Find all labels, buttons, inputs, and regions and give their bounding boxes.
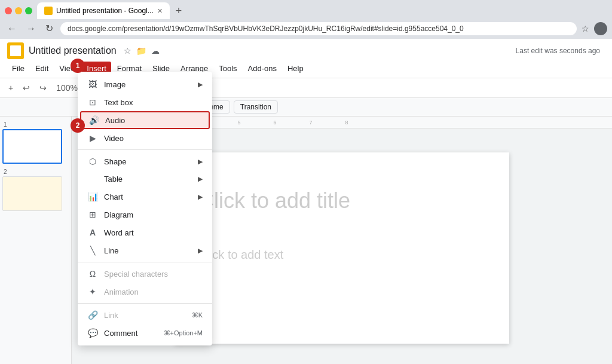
- image-arrow: ▶: [198, 81, 203, 88]
- forward-button[interactable]: →: [24, 22, 38, 35]
- minimize-button[interactable]: [15, 7, 22, 14]
- insert-menu-special-chars: Ω Special characters: [78, 265, 212, 283]
- slide-title-placeholder[interactable]: Click to add title: [198, 188, 350, 213]
- slide-num-2: 2: [2, 169, 69, 175]
- menu-item-edit[interactable]: Edit: [30, 62, 53, 75]
- tab-close-icon[interactable]: ✕: [157, 7, 163, 15]
- menu-divider-1: [78, 149, 212, 150]
- insert-menu-shape[interactable]: ⬡ Shape ▶: [78, 152, 212, 170]
- table-arrow: ▶: [198, 175, 203, 183]
- menu-item-addons[interactable]: Add-ons: [243, 62, 281, 75]
- slide-preview-2[interactable]: [2, 176, 62, 211]
- transition-button[interactable]: Transition: [234, 100, 278, 114]
- wordart-label: Word art: [104, 228, 134, 237]
- star-icon[interactable]: ☆: [124, 46, 131, 56]
- insert-menu-animation: ✦ Animation: [78, 283, 212, 301]
- slide-preview-1[interactable]: [2, 129, 62, 164]
- ruler-mark-7: 7: [293, 120, 329, 126]
- reload-button[interactable]: ↻: [43, 22, 56, 35]
- video-icon: ▶: [87, 133, 98, 143]
- window-controls: [5, 7, 32, 14]
- tab-bar: Untitled presentation - Googl... ✕ +: [37, 2, 607, 19]
- app-title[interactable]: Untitled presentation: [29, 45, 117, 56]
- insert-menu-video[interactable]: ▶ Video: [78, 129, 212, 147]
- line-arrow: ▶: [198, 247, 203, 255]
- back-button[interactable]: ←: [5, 22, 19, 35]
- animation-label: Animation: [104, 287, 139, 296]
- ruler-mark-6: 6: [257, 120, 293, 126]
- comment-icon: 💬: [87, 328, 98, 338]
- address-bar: ← → ↻ ☆: [0, 22, 612, 39]
- shape-icon: ⬡: [87, 157, 98, 166]
- insert-menu-comment[interactable]: 💬 Comment ⌘+Option+M: [78, 324, 212, 342]
- comment-label: Comment: [104, 329, 137, 338]
- tab-favicon: [44, 7, 53, 15]
- tab-title: Untitled presentation - Googl...: [56, 7, 154, 15]
- menu-item-file[interactable]: File: [7, 62, 29, 75]
- insert-menu-table[interactable]: Table ▶: [78, 170, 212, 188]
- app-icon: [7, 42, 24, 59]
- slide-content-1: [4, 130, 61, 163]
- audio-icon: 🔊: [88, 115, 99, 125]
- bookmark-icon[interactable]: ☆: [582, 24, 589, 33]
- insert-menu-image[interactable]: 🖼 Image ▶: [78, 75, 212, 93]
- folder-icon[interactable]: 📁: [136, 46, 146, 56]
- menu-item-help[interactable]: Help: [283, 62, 308, 75]
- insert-menu-diagram[interactable]: ⊞ Diagram: [78, 206, 212, 224]
- comment-shortcut: ⌘+Option+M: [164, 329, 203, 337]
- line-icon: ╲: [87, 246, 98, 255]
- line-label: Line: [104, 246, 119, 255]
- image-icon: 🖼: [87, 79, 98, 89]
- app-icon-inner: [10, 45, 21, 56]
- menu-item-tools[interactable]: Tools: [214, 62, 241, 75]
- title-icons: ☆ 📁 ☁: [124, 46, 160, 56]
- shape-label: Shape: [104, 157, 127, 166]
- special-chars-label: Special characters: [104, 270, 168, 279]
- new-tab-button[interactable]: +: [172, 4, 186, 19]
- insert-menu-wordart[interactable]: A Word art: [78, 224, 212, 241]
- link-icon: 🔗: [87, 310, 98, 320]
- insert-dropdown-menu: 🖼 Image ▶ ⊡ Text box 🔊 Audio ▶ Video ⬡ S…: [78, 72, 212, 345]
- close-button[interactable]: [5, 7, 12, 14]
- menu-divider-2: [78, 262, 212, 262]
- chart-arrow: ▶: [198, 193, 203, 201]
- insert-menu-audio[interactable]: 🔊 Audio: [80, 111, 210, 129]
- add-button[interactable]: +: [5, 81, 17, 95]
- table-label: Table: [104, 175, 123, 183]
- ruler-mark-8: 8: [329, 120, 365, 126]
- slide-num-1: 1: [2, 121, 69, 128]
- slide-thumb-1[interactable]: 1: [2, 121, 69, 164]
- textbox-label: Text box: [104, 98, 133, 107]
- insert-menu-line[interactable]: ╲ Line ▶: [78, 241, 212, 259]
- chart-icon: 📊: [87, 192, 98, 201]
- insert-menu-chart[interactable]: 📊 Chart ▶: [78, 188, 212, 206]
- step-badge-2: 2: [71, 118, 85, 133]
- ruler-mark-5: 5: [221, 120, 257, 126]
- cloud-icon[interactable]: ☁: [151, 46, 160, 56]
- diagram-icon: ⊞: [87, 210, 98, 219]
- animation-icon: ✦: [87, 287, 98, 296]
- undo-button[interactable]: ↩: [19, 81, 33, 95]
- insert-menu-textbox[interactable]: ⊡ Text box: [78, 93, 212, 111]
- profile-button[interactable]: [594, 22, 607, 35]
- redo-button[interactable]: ↪: [36, 81, 50, 95]
- address-input[interactable]: [60, 22, 577, 35]
- menu-divider-3: [78, 303, 212, 304]
- insert-menu-link: 🔗 Link ⌘K: [78, 306, 212, 324]
- diagram-label: Diagram: [104, 210, 133, 219]
- step-badge-1: 1: [71, 59, 85, 73]
- active-tab[interactable]: Untitled presentation - Googl... ✕: [37, 2, 170, 19]
- maximize-button[interactable]: [25, 7, 32, 14]
- app-title-row: Untitled presentation ☆ 📁 ☁ Last edit wa…: [7, 42, 605, 59]
- shape-arrow: ▶: [198, 158, 203, 166]
- textbox-icon: ⊡: [87, 97, 98, 107]
- slide-content-2: [3, 177, 62, 210]
- video-label: Video: [104, 134, 124, 143]
- slide-thumb-2[interactable]: 2: [2, 169, 69, 211]
- image-label: Image: [104, 80, 126, 89]
- link-label: Link: [104, 311, 118, 320]
- browser-chrome: Untitled presentation - Googl... ✕ +: [0, 0, 612, 22]
- slide-canvas[interactable]: Click to add title Click to add text: [175, 152, 509, 344]
- last-edit-status: Last edit was seconds ago: [516, 47, 605, 55]
- slide-panel: 1 2: [0, 117, 72, 364]
